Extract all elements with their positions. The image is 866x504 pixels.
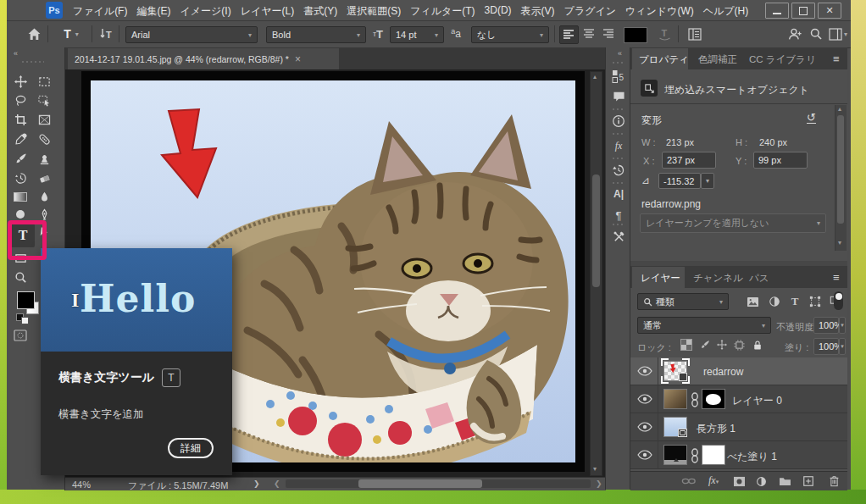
menu-help[interactable]: ヘルプ(H) <box>703 4 749 19</box>
collapse-tools-icon[interactable]: « <box>14 49 18 58</box>
toggle-panels-button[interactable] <box>685 25 705 42</box>
scroll-up-icon[interactable]: ▴ <box>838 105 841 113</box>
tab-layers[interactable]: レイヤー <box>641 272 680 285</box>
character-panel-icon[interactable]: A| <box>610 186 627 202</box>
font-size-select[interactable]: 14 pt▾ <box>390 26 444 43</box>
angle-input[interactable]: -115.32 <box>658 173 701 189</box>
zoom-level[interactable]: 44% <box>72 479 91 490</box>
home-button[interactable] <box>24 25 44 42</box>
hscroll-right-icon[interactable]: ❯ <box>596 479 602 488</box>
blur-tool[interactable] <box>34 188 54 205</box>
properties-scrollbar[interactable]: ▴ ▾ <box>835 105 847 251</box>
link-layers-icon[interactable] <box>681 477 697 485</box>
layer-style-icon[interactable]: fx▾ <box>708 474 719 487</box>
hscroll-left-icon[interactable]: ❮ <box>274 479 280 488</box>
warp-text-button[interactable]: T <box>654 25 674 42</box>
font-style-select[interactable]: Bold▾ <box>266 26 366 43</box>
tab-channels[interactable]: チャンネル <box>693 272 743 285</box>
lock-artboard-icon[interactable] <box>732 338 746 352</box>
lasso-tool[interactable] <box>10 91 31 108</box>
menu-window[interactable]: ウィンドウ(W) <box>625 4 694 19</box>
gradient-tool[interactable] <box>10 188 31 205</box>
angle-dropdown[interactable]: ▾ <box>701 173 714 189</box>
crop-tool[interactable] <box>10 111 31 128</box>
layer-name[interactable]: レイヤー 0 <box>732 394 782 408</box>
collapse-strip-icon[interactable]: « <box>618 49 622 58</box>
layer-row-layer0[interactable]: レイヤー 0 <box>630 385 847 413</box>
y-input[interactable]: 99 px <box>753 152 808 169</box>
canvas-hscrollbar[interactable] <box>286 479 591 488</box>
info-panel-icon[interactable] <box>610 113 627 130</box>
align-center-button[interactable] <box>580 25 597 42</box>
tab-paths[interactable]: パス <box>749 272 769 285</box>
minimize-button[interactable] <box>765 3 789 19</box>
delete-layer-icon[interactable] <box>827 474 841 488</box>
visibility-eye-icon[interactable] <box>637 394 652 404</box>
share-for-review-button[interactable] <box>785 25 805 42</box>
align-right-button[interactable] <box>598 25 616 42</box>
menu-image[interactable]: イメージ(I) <box>180 4 230 19</box>
opacity-dropdown[interactable]: ▾ <box>839 317 846 334</box>
menu-select[interactable]: 選択範囲(S) <box>347 4 401 19</box>
brush-tool[interactable] <box>10 150 31 167</box>
scroll-down-icon[interactable]: ▾ <box>593 465 597 473</box>
visibility-eye-icon[interactable] <box>637 366 652 376</box>
menu-type[interactable]: 書式(Y) <box>303 4 337 19</box>
visibility-eye-icon[interactable] <box>637 450 652 460</box>
layers-menu-icon[interactable]: ≡ <box>833 271 840 284</box>
menu-edit[interactable]: 編集(E) <box>136 4 170 19</box>
vscroll-thumb[interactable] <box>592 174 600 287</box>
tool-presets-icon[interactable] <box>610 228 627 245</box>
blend-mode-select[interactable]: 通常▾ <box>637 317 771 334</box>
foreground-color-swatch[interactable] <box>17 291 35 309</box>
layer-mask-thumbnail[interactable] <box>702 445 725 465</box>
menu-file[interactable]: ファイル(F) <box>73 4 127 19</box>
anti-alias-select[interactable]: なし▾ <box>471 26 549 43</box>
filter-adjustment-layers-icon[interactable] <box>766 293 783 310</box>
healing-brush-tool[interactable] <box>34 130 54 147</box>
history-panel-icon[interactable]: 5 <box>610 68 627 85</box>
layer-comp-select[interactable]: レイヤーカンプを適用しない▾ <box>640 213 826 233</box>
add-adjustment-icon[interactable] <box>754 474 768 488</box>
layer-filter-toggle[interactable] <box>834 291 843 310</box>
lock-pixels-icon[interactable] <box>698 338 712 352</box>
filter-shape-layers-icon[interactable] <box>807 293 824 310</box>
layer-thumbnail[interactable] <box>663 445 687 465</box>
new-layer-icon[interactable] <box>802 474 815 488</box>
layer-thumbnail[interactable] <box>663 389 687 409</box>
menu-layer[interactable]: レイヤー(L) <box>241 4 295 19</box>
layer-name[interactable]: 長方形 1 <box>697 422 736 436</box>
tab-cc-libraries[interactable]: CC ライブラリ <box>749 53 816 66</box>
lock-all-icon[interactable] <box>751 338 764 352</box>
paragraph-panel-icon[interactable]: ¶ <box>610 207 627 224</box>
menu-3d[interactable]: 3D(D) <box>485 4 512 19</box>
layer-row-redarrow[interactable]: redarrow <box>630 357 847 385</box>
history-state-icon[interactable] <box>610 162 627 179</box>
layer-filter-select[interactable]: 種類▾ <box>637 293 729 310</box>
fill-dropdown[interactable]: ▾ <box>839 338 846 355</box>
reset-transform-icon[interactable]: ↺ <box>807 112 816 124</box>
eraser-tool[interactable] <box>34 169 54 186</box>
layer-row-rectangle1[interactable]: 長方形 1 <box>630 413 847 441</box>
styles-panel-icon[interactable]: fx <box>610 137 627 154</box>
hscroll-thumb[interactable] <box>358 479 482 488</box>
text-orientation-toggle[interactable]: T <box>97 25 117 42</box>
scroll-up-icon[interactable]: ▴ <box>593 73 597 80</box>
layer-thumbnail[interactable] <box>663 361 687 381</box>
menu-plugins[interactable]: プラグイン <box>564 4 616 19</box>
opacity-input[interactable]: 100% <box>813 317 839 334</box>
align-left-button[interactable] <box>559 25 579 44</box>
text-color-swatch[interactable] <box>624 27 647 43</box>
frame-tool[interactable] <box>34 111 54 128</box>
layer-name[interactable]: redarrow <box>703 366 743 378</box>
close-button[interactable]: ✕ <box>818 3 841 19</box>
status-chevron-icon[interactable]: ❯ <box>253 479 260 488</box>
layer-row-fill1[interactable]: べた塗り 1 <box>630 441 847 469</box>
layer-thumbnail[interactable] <box>663 417 687 437</box>
menu-filter[interactable]: フィルター(T) <box>410 4 475 19</box>
new-group-icon[interactable] <box>778 475 791 487</box>
lock-position-icon[interactable] <box>715 338 729 352</box>
menu-view[interactable]: 表示(V) <box>521 4 555 19</box>
layer-mask-thumbnail[interactable] <box>702 389 725 409</box>
tab-close-icon[interactable]: × <box>295 53 301 65</box>
